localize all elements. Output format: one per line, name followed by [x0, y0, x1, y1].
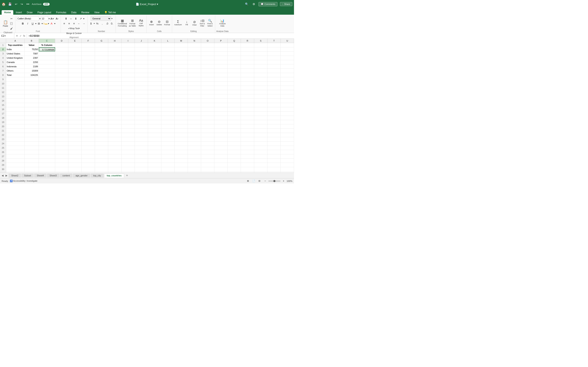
cell-u18[interactable]	[281, 116, 294, 120]
row-number-1[interactable]: 1	[0, 43, 6, 47]
cell-l29[interactable]	[161, 163, 174, 167]
cell-j25[interactable]	[135, 146, 148, 150]
cell-a23[interactable]	[6, 137, 25, 141]
cell-k9[interactable]	[148, 77, 161, 81]
cell-h29[interactable]	[108, 163, 121, 167]
cell-h4[interactable]	[108, 56, 121, 60]
sheet-tab-top-countries[interactable]: top_countries	[104, 174, 124, 178]
tab-insert[interactable]: Insert	[13, 10, 24, 15]
row-number-7[interactable]: 7	[0, 69, 6, 73]
cell-e3[interactable]	[68, 52, 82, 56]
col-header-t[interactable]: T	[268, 39, 281, 43]
cell-p26[interactable]	[214, 150, 228, 154]
underline-button[interactable]: U	[30, 21, 35, 26]
cell-n27[interactable]	[188, 154, 201, 158]
wrap-text-button[interactable]: ↵ Wrap Text ▾	[67, 26, 81, 31]
row-number-6[interactable]: 6	[0, 64, 6, 68]
cell-b31[interactable]	[25, 171, 39, 173]
cell-d28[interactable]	[55, 159, 68, 163]
cell-p10[interactable]	[214, 82, 228, 86]
cell-i17[interactable]	[121, 111, 135, 116]
cell-c24[interactable]	[39, 142, 55, 146]
cell-o19[interactable]	[201, 120, 214, 124]
cell-s9[interactable]	[254, 77, 268, 81]
row-number-14[interactable]: 14	[0, 99, 6, 103]
cell-o20[interactable]	[201, 124, 214, 128]
page-layout-view-button[interactable]: 📄	[251, 179, 256, 183]
cell-k22[interactable]	[148, 133, 161, 137]
cell-t1[interactable]	[268, 43, 281, 47]
cell-t29[interactable]	[268, 163, 281, 167]
cell-a6[interactable]: Indonesia	[6, 64, 25, 68]
cell-i11[interactable]	[121, 86, 135, 90]
cell-o22[interactable]	[201, 133, 214, 137]
cell-g29[interactable]	[95, 163, 108, 167]
cell-j12[interactable]	[135, 90, 148, 94]
underline-dropdown-icon[interactable]: ▾	[35, 22, 36, 25]
cell-e12[interactable]	[68, 90, 82, 94]
cell-u2[interactable]	[281, 47, 294, 51]
cell-j31[interactable]	[135, 171, 148, 173]
cell-s19[interactable]	[254, 120, 268, 124]
cell-t20[interactable]	[268, 124, 281, 128]
cell-m20[interactable]	[174, 124, 188, 128]
cell-d3[interactable]	[55, 52, 68, 56]
cell-g11[interactable]	[95, 86, 108, 90]
col-header-r[interactable]: R	[241, 39, 254, 43]
cell-c5[interactable]	[39, 60, 55, 64]
align-middle-button[interactable]: ↔	[69, 16, 73, 21]
cell-m22[interactable]	[174, 133, 188, 137]
cell-k27[interactable]	[148, 154, 161, 158]
cell-e9[interactable]	[68, 77, 82, 81]
cell-m5[interactable]	[174, 60, 188, 64]
cell-q12[interactable]	[228, 90, 241, 94]
cell-l15[interactable]	[161, 103, 174, 107]
cell-r18[interactable]	[241, 116, 254, 120]
cell-a16[interactable]	[6, 107, 25, 111]
cell-o2[interactable]	[201, 47, 214, 51]
cell-a3[interactable]: United States	[6, 52, 25, 56]
cell-f24[interactable]	[82, 142, 95, 146]
cell-t22[interactable]	[268, 133, 281, 137]
cell-b3[interactable]: 7087	[25, 52, 39, 56]
cell-u20[interactable]	[281, 124, 294, 128]
comments-button[interactable]: 💬 Comments	[259, 2, 277, 6]
cell-k5[interactable]	[148, 60, 161, 64]
cell-n26[interactable]	[188, 150, 201, 154]
cell-p30[interactable]	[214, 167, 228, 171]
cell-p2[interactable]	[214, 47, 228, 51]
cell-r17[interactable]	[241, 111, 254, 116]
cell-f8[interactable]	[82, 73, 95, 77]
cell-k20[interactable]	[148, 124, 161, 128]
cell-i12[interactable]	[121, 90, 135, 94]
cell-b30[interactable]	[25, 167, 39, 171]
align-top-button[interactable]: ⬆	[64, 16, 68, 21]
cell-o27[interactable]	[201, 154, 214, 158]
cell-b8[interactable]: 104225	[25, 73, 39, 77]
cell-i22[interactable]	[121, 133, 135, 137]
cell-p24[interactable]	[214, 142, 228, 146]
cell-o5[interactable]	[201, 60, 214, 64]
cell-a12[interactable]	[6, 90, 25, 94]
cell-d27[interactable]	[55, 154, 68, 158]
cell-e29[interactable]	[68, 163, 82, 167]
cell-c3[interactable]	[39, 52, 55, 56]
cell-p14[interactable]	[214, 99, 228, 103]
cell-s22[interactable]	[254, 133, 268, 137]
cell-j17[interactable]	[135, 111, 148, 116]
cell-a4[interactable]: United Kingdom	[6, 56, 25, 60]
cell-a18[interactable]	[6, 116, 25, 120]
cell-n3[interactable]	[188, 52, 201, 56]
cell-u27[interactable]	[281, 154, 294, 158]
cell-h26[interactable]	[108, 150, 121, 154]
cell-h21[interactable]	[108, 129, 121, 133]
font-size-dropdown-icon[interactable]: ▾	[49, 17, 50, 20]
cell-h11[interactable]	[108, 86, 121, 90]
cell-m10[interactable]	[174, 82, 188, 86]
cell-k21[interactable]	[148, 129, 161, 133]
add-sheet-button[interactable]: ＋	[125, 173, 130, 178]
cell-k19[interactable]	[148, 120, 161, 124]
row-number-23[interactable]: 23	[0, 137, 6, 141]
cell-m11[interactable]	[174, 86, 188, 90]
cell-o28[interactable]	[201, 159, 214, 163]
